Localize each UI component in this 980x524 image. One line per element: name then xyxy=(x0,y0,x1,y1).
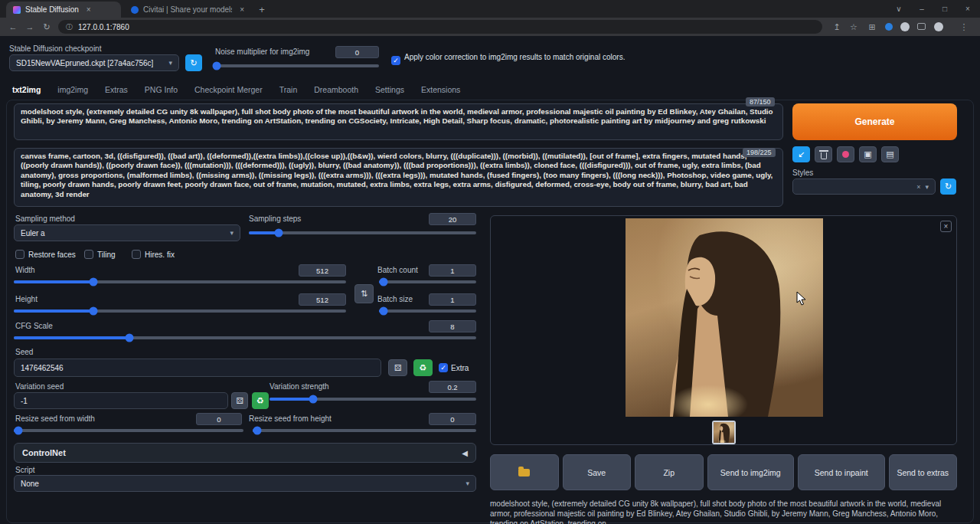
slider-handle[interactable] xyxy=(90,278,98,287)
reuse-variation-seed-button[interactable]: ♻ xyxy=(252,392,269,409)
paste-params-button[interactable]: ↙ xyxy=(792,146,810,162)
window-maximize-button[interactable]: □ xyxy=(934,0,956,18)
seed-label: Seed xyxy=(15,348,33,356)
sampling-method-dropdown[interactable]: Euler a ▾ xyxy=(14,224,240,241)
width-slider[interactable] xyxy=(14,280,346,283)
tab-extras[interactable]: Extras xyxy=(105,85,128,94)
noise-multiplier-value[interactable]: 0 xyxy=(335,46,379,58)
cfg-scale-slider[interactable] xyxy=(14,336,476,339)
hires-fix-checkbox[interactable] xyxy=(132,250,141,259)
window-close-button[interactable]: × xyxy=(957,0,978,18)
resize-seed-width-slider[interactable] xyxy=(14,429,243,432)
back-icon[interactable]: ← xyxy=(5,18,21,36)
send-to-inpaint-button[interactable]: Send to inpaint xyxy=(798,454,885,490)
tab-dreambooth[interactable]: Dreambooth xyxy=(314,85,358,94)
window-minimize-button[interactable]: – xyxy=(911,0,933,18)
apply-style-button[interactable]: ▣ xyxy=(859,146,877,162)
refresh-checkpoints-button[interactable]: ↻ xyxy=(185,54,202,71)
noise-multiplier-slider[interactable] xyxy=(215,64,379,67)
profile-avatar[interactable] xyxy=(934,22,943,31)
share-icon[interactable]: ↥ xyxy=(828,18,845,36)
url-bar[interactable]: ⓘ 127.0.0.1:7860 xyxy=(58,20,822,34)
extension-icon[interactable] xyxy=(885,23,893,31)
zip-button[interactable]: Zip xyxy=(635,454,704,490)
apps-grid-icon[interactable]: ⊞ xyxy=(864,18,880,36)
controlnet-accordion[interactable]: ControlNet ◀ xyxy=(14,443,476,463)
swap-dimensions-button[interactable]: ⇅ xyxy=(354,284,374,303)
reload-icon[interactable]: ↻ xyxy=(38,18,55,36)
resize-seed-width-value[interactable]: 0 xyxy=(196,413,242,425)
clear-styles-icon[interactable]: × xyxy=(916,183,920,191)
open-folder-button[interactable] xyxy=(490,454,559,490)
browser-tab-stable-diffusion[interactable]: Stable Diffusion × xyxy=(6,2,121,18)
slider-handle[interactable] xyxy=(309,395,317,404)
tiling-checkbox[interactable] xyxy=(84,250,93,259)
tab-txt2img[interactable]: txt2img xyxy=(12,85,41,94)
new-tab-button[interactable]: + xyxy=(254,2,270,16)
slider-handle[interactable] xyxy=(274,229,283,237)
refresh-styles-button[interactable]: ↻ xyxy=(940,178,956,195)
seed-input[interactable] xyxy=(14,359,381,377)
send-to-extras-button[interactable]: Send to extras xyxy=(889,454,958,490)
color-correction-checkbox[interactable]: ✓ xyxy=(391,56,400,65)
clear-prompt-button[interactable] xyxy=(815,146,832,162)
slider-handle[interactable] xyxy=(380,307,388,316)
slider-handle[interactable] xyxy=(90,307,98,316)
script-dropdown[interactable]: None ▾ xyxy=(14,475,476,492)
save-button[interactable]: Save xyxy=(563,454,632,490)
negative-prompt-input[interactable]: canvas frame, cartoon, 3d, ((disfigured)… xyxy=(14,148,783,207)
tab-extensions[interactable]: Extensions xyxy=(421,85,460,94)
browser-tab-title: Civitai | Share your models xyxy=(143,5,232,14)
variation-strength-value[interactable]: 0.2 xyxy=(429,381,476,393)
tab-png-info[interactable]: PNG Info xyxy=(145,85,178,94)
random-seed-button[interactable]: ⚄ xyxy=(388,359,407,376)
forward-icon[interactable]: → xyxy=(21,18,38,36)
tab-close-icon[interactable]: × xyxy=(87,5,91,14)
tab-checkpoint-merger[interactable]: Checkpoint Merger xyxy=(194,85,263,94)
browser-tab-civitai[interactable]: Civitai | Share your models × xyxy=(124,2,251,18)
slider-handle[interactable] xyxy=(213,62,221,70)
slider-handle[interactable] xyxy=(253,427,261,435)
prompt-input[interactable]: modelshoot style, (extremely detailed CG… xyxy=(14,103,783,140)
restore-faces-checkbox[interactable] xyxy=(15,250,24,259)
reuse-seed-button[interactable]: ♻ xyxy=(413,359,433,376)
checkpoint-dropdown[interactable]: SD15NewVAEpruned.ckpt [27a4ac756c] ▾ xyxy=(9,54,179,71)
tab-img2img[interactable]: img2img xyxy=(57,85,88,94)
browser-menu-icon[interactable]: ⋮ xyxy=(956,18,972,36)
tab-train[interactable]: Train xyxy=(279,85,298,94)
save-style-button[interactable]: ▤ xyxy=(881,146,899,162)
height-slider[interactable] xyxy=(14,309,346,313)
extra-networks-button[interactable] xyxy=(837,146,854,162)
slider-handle[interactable] xyxy=(380,278,388,287)
avatar-icon[interactable] xyxy=(900,22,910,31)
slider-handle[interactable] xyxy=(126,334,134,342)
gallery-thumbnail[interactable] xyxy=(712,421,736,444)
site-info-icon[interactable]: ⓘ xyxy=(66,22,73,32)
close-gallery-button[interactable]: × xyxy=(940,221,952,232)
height-value[interactable]: 512 xyxy=(299,293,346,306)
batch-count-value[interactable]: 1 xyxy=(429,264,476,277)
batch-size-value[interactable]: 1 xyxy=(429,293,476,306)
tab-close-icon[interactable]: × xyxy=(240,5,244,14)
generated-image[interactable] xyxy=(626,218,823,417)
sampling-steps-value[interactable]: 20 xyxy=(429,213,476,225)
tab-search-chevron-icon[interactable]: ∨ xyxy=(888,0,910,18)
sampling-steps-slider[interactable] xyxy=(249,231,476,234)
cfg-scale-value[interactable]: 8 xyxy=(429,320,476,332)
slider-handle[interactable] xyxy=(15,427,23,435)
send-to-img2img-button[interactable]: Send to img2img xyxy=(707,454,795,490)
resize-seed-height-value[interactable]: 0 xyxy=(429,413,476,425)
bookmark-star-icon[interactable]: ☆ xyxy=(845,18,862,36)
variation-strength-slider[interactable] xyxy=(270,398,476,401)
generate-button[interactable]: Generate xyxy=(792,103,957,140)
batch-count-slider[interactable] xyxy=(379,280,476,283)
variation-seed-input[interactable] xyxy=(14,392,228,409)
batch-size-slider[interactable] xyxy=(379,309,476,313)
width-value[interactable]: 512 xyxy=(299,264,346,277)
sidebar-icon[interactable] xyxy=(917,23,926,30)
extra-seed-checkbox[interactable]: ✓ xyxy=(439,363,448,372)
tab-settings[interactable]: Settings xyxy=(375,85,404,94)
resize-seed-height-slider[interactable] xyxy=(253,429,476,432)
random-variation-seed-button[interactable]: ⚄ xyxy=(231,392,248,409)
styles-dropdown[interactable]: × ▾ xyxy=(792,178,936,195)
